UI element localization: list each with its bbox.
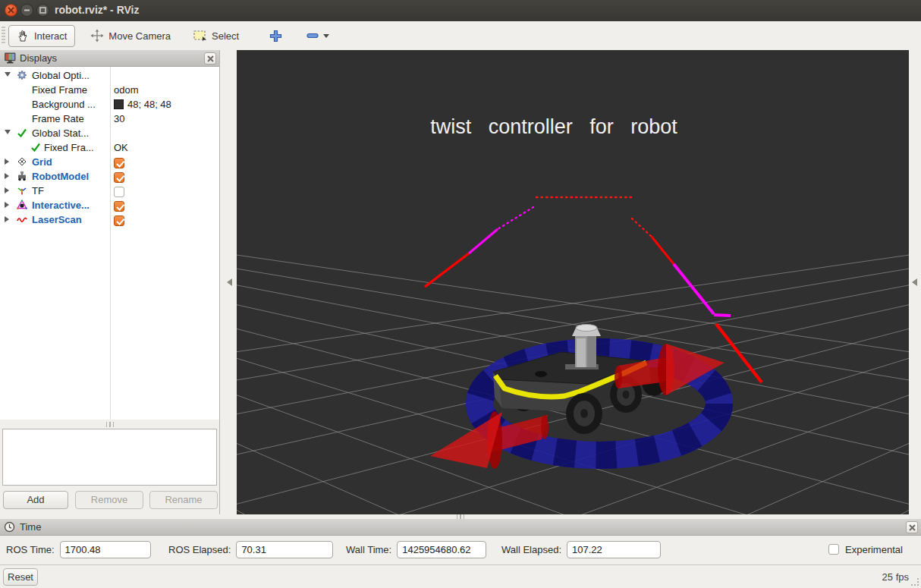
row-label: TF — [32, 184, 44, 198]
displays-panel: Displays Global Opti...Fixed FrameodomBa… — [0, 50, 220, 514]
row-label: Fixed Fra... — [44, 140, 94, 155]
resize-grip[interactable] — [910, 577, 919, 586]
fps-counter: 25 fps — [882, 571, 909, 583]
expander-right-icon[interactable] — [5, 202, 9, 208]
time-field-input[interactable] — [567, 541, 661, 558]
tool-label: Interact — [34, 30, 67, 42]
row-label: Global Stat... — [32, 126, 89, 140]
display-enabled-checkbox[interactable] — [114, 201, 124, 212]
maximize-window-button[interactable] — [36, 4, 49, 17]
row-label: Fixed Frame — [32, 83, 87, 97]
display-row-robotmodel[interactable]: RobotModel — [0, 169, 219, 184]
time-field-label: Wall Elapsed: — [501, 544, 561, 555]
display-enabled-checkbox[interactable] — [114, 187, 124, 197]
color-swatch — [114, 99, 124, 109]
status-bar: Reset 25 fps — [0, 564, 921, 588]
time-field-ros-elapsed: ROS Elapsed: — [168, 541, 333, 558]
row-label: Background ... — [32, 97, 96, 112]
rename-display-button[interactable]: Rename — [149, 491, 218, 509]
move-camera-icon — [90, 29, 104, 42]
expander-down-icon[interactable] — [5, 72, 11, 77]
close-icon — [8, 7, 14, 14]
time-field-label: ROS Elapsed: — [168, 544, 231, 555]
display-row-laserscan[interactable]: LaserScan — [0, 212, 219, 227]
row-label: LaserScan — [32, 212, 82, 227]
display-enabled-checkbox[interactable] — [114, 158, 124, 168]
time-panel-body: Experimental ROS Time:ROS Elapsed:Wall T… — [0, 536, 921, 564]
display-row-tf[interactable]: TF — [0, 184, 219, 198]
row-label: RobotModel — [32, 169, 89, 184]
time-panel-header[interactable]: Time — [0, 519, 921, 536]
display-description-box — [2, 429, 217, 486]
add-tool-button[interactable] — [263, 27, 288, 46]
tool-button-select[interactable]: Select — [186, 27, 247, 46]
tree-splitter-handle[interactable] — [0, 420, 220, 429]
row-label: Grid — [32, 155, 52, 169]
display-row-fixed-frame[interactable]: Fixed Frameodom — [0, 83, 219, 97]
chevron-down-icon[interactable] — [323, 34, 329, 38]
tool-button-interact[interactable]: Interact — [8, 25, 75, 47]
property-value[interactable]: odom — [114, 83, 139, 97]
displays-panel-icon — [4, 52, 17, 66]
toolbar-handle[interactable] — [2, 27, 5, 45]
toolbar: InteractMove CameraSelect — [0, 21, 921, 51]
displays-button-row: Add Remove Rename — [0, 491, 220, 509]
minimize-icon — [24, 7, 30, 14]
remove-tool-button[interactable] — [302, 30, 334, 42]
add-display-button[interactable]: Add — [3, 491, 68, 509]
display-row-grid[interactable]: Grid — [0, 155, 219, 169]
left-splitter[interactable] — [220, 50, 237, 514]
time-field-label: ROS Time: — [6, 544, 55, 555]
time-panel-close-button[interactable] — [906, 521, 918, 533]
displays-panel-title: Displays — [20, 52, 57, 64]
display-row-global-stat[interactable]: Global Stat... — [0, 126, 219, 140]
row-label: Interactive... — [32, 198, 90, 212]
displays-panel-close-button[interactable] — [204, 52, 216, 64]
right-splitter[interactable] — [909, 50, 921, 514]
property-value[interactable]: 48; 48; 48 — [114, 97, 171, 112]
expander-down-icon[interactable] — [5, 130, 11, 134]
displays-panel-header[interactable]: Displays — [0, 50, 219, 67]
row-label: Frame Rate — [32, 112, 84, 126]
window-title: robot.rviz* - RViz — [55, 4, 140, 16]
time-field-input[interactable] — [236, 541, 333, 558]
select-icon — [193, 30, 207, 42]
displays-tree: Global Opti...Fixed FrameodomBackground … — [0, 67, 219, 420]
reset-button[interactable]: Reset — [3, 568, 38, 586]
expander-right-icon[interactable] — [5, 216, 9, 222]
remove-display-button[interactable]: Remove — [75, 491, 143, 509]
time-panel: Time Experimental ROS Time:ROS Elapsed:W… — [0, 519, 921, 564]
expander-right-icon[interactable] — [5, 159, 9, 165]
display-row-global-opti[interactable]: Global Opti... — [0, 68, 219, 83]
close-icon — [909, 524, 916, 531]
display-row-fixed-fra[interactable]: Fixed Fra...OK — [0, 140, 219, 155]
time-field-input[interactable] — [397, 541, 486, 558]
collapse-right-arrow-icon[interactable] — [912, 278, 917, 286]
display-enabled-checkbox[interactable] — [114, 215, 124, 226]
minimize-window-button[interactable] — [20, 4, 33, 17]
display-row-frame-rate[interactable]: Frame Rate30 — [0, 112, 219, 126]
close-icon — [207, 55, 214, 62]
tool-label: Select — [212, 30, 239, 42]
time-panel-title: Time — [20, 521, 41, 533]
property-value[interactable]: OK — [114, 140, 128, 155]
expander-right-icon[interactable] — [5, 173, 9, 179]
rviz-window: robot.rviz* - RViz InteractMove CameraSe… — [0, 0, 921, 588]
close-window-button[interactable] — [5, 4, 17, 17]
collapse-left-arrow-icon[interactable] — [227, 278, 232, 286]
render-viewport[interactable]: twist controller for robot — [237, 50, 909, 514]
clock-icon — [4, 521, 15, 535]
property-value[interactable]: 30 — [114, 112, 124, 126]
tool-label: Move Camera — [108, 30, 171, 42]
expander-right-icon[interactable] — [5, 187, 9, 193]
time-field-input[interactable] — [60, 541, 151, 558]
display-row-background[interactable]: Background ...48; 48; 48 — [0, 97, 219, 112]
row-label: Global Opti... — [32, 68, 90, 83]
experimental-label: Experimental — [845, 544, 903, 555]
laser-icon — [17, 214, 27, 228]
tool-button-move-camera[interactable]: Move Camera — [83, 25, 178, 46]
display-enabled-checkbox[interactable] — [114, 172, 124, 183]
experimental-checkbox[interactable] — [828, 544, 839, 555]
minus-icon — [306, 33, 319, 39]
display-row-interactive[interactable]: Interactive... — [0, 198, 219, 212]
